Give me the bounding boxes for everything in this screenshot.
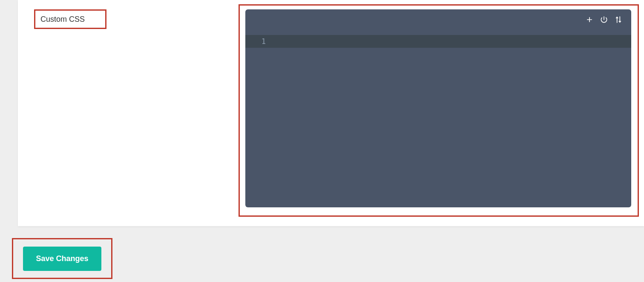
custom-css-label: Custom CSS (34, 9, 106, 29)
line-number: 1 (245, 37, 270, 46)
code-line-1[interactable]: 1 (245, 35, 631, 48)
save-changes-button[interactable]: Save Changes (23, 247, 101, 271)
plus-icon[interactable] (585, 15, 594, 26)
field-label-text: Custom CSS (40, 15, 85, 24)
save-button-highlight: Save Changes (12, 238, 112, 279)
sort-icon[interactable] (614, 15, 623, 26)
code-input[interactable] (270, 35, 631, 48)
custom-css-editor[interactable]: 1 (245, 9, 631, 207)
editor-toolbar (585, 15, 623, 26)
power-icon[interactable] (600, 15, 608, 26)
